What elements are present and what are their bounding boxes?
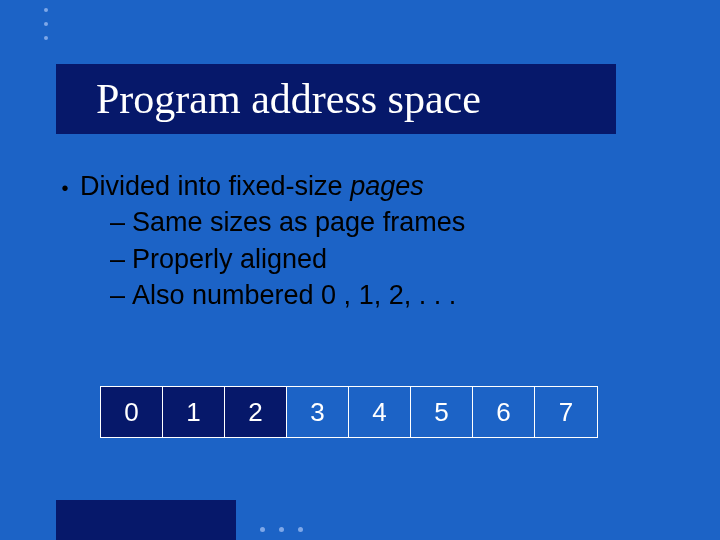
dot-icon <box>44 36 48 40</box>
bullet-icon: • <box>50 175 80 202</box>
dash-icon: – <box>110 277 132 313</box>
dash-icon: – <box>110 204 132 240</box>
dot-icon <box>298 527 303 532</box>
sub-bullet: – Properly aligned <box>50 241 670 277</box>
sub-bullet-text: Same sizes as page frames <box>132 204 465 240</box>
bullet-text-prefix: Divided into fixed-size <box>80 171 350 201</box>
dot-icon <box>279 527 284 532</box>
page-cell: 5 <box>411 387 473 437</box>
footer-block <box>56 500 236 540</box>
decoration-dots-bottom <box>260 527 303 532</box>
bullet-main: • Divided into fixed-size pages <box>50 168 670 204</box>
page-cell: 4 <box>349 387 411 437</box>
dot-icon <box>44 22 48 26</box>
decoration-dots-top <box>44 8 48 40</box>
sub-bullet: – Same sizes as page frames <box>50 204 670 240</box>
page-cell: 3 <box>287 387 349 437</box>
page-cell: 1 <box>163 387 225 437</box>
title-bar: Program address space <box>56 64 616 134</box>
sub-bullet-text: Properly aligned <box>132 241 327 277</box>
page-cell: 7 <box>535 387 597 437</box>
sub-bullet: – Also numbered 0 , 1, 2, . . . <box>50 277 670 313</box>
slide-content: • Divided into fixed-size pages – Same s… <box>50 168 670 314</box>
dot-icon <box>44 8 48 12</box>
dash-icon: – <box>110 241 132 277</box>
sub-bullet-text: Also numbered 0 , 1, 2, . . . <box>132 277 456 313</box>
bullet-text: Divided into fixed-size pages <box>80 168 424 204</box>
bullet-text-emph: pages <box>350 171 424 201</box>
dot-icon <box>260 527 265 532</box>
page-cell: 0 <box>101 387 163 437</box>
page-cell: 2 <box>225 387 287 437</box>
page-cell: 6 <box>473 387 535 437</box>
slide-title: Program address space <box>96 75 481 123</box>
page-strip: 0 1 2 3 4 5 6 7 <box>100 386 598 438</box>
